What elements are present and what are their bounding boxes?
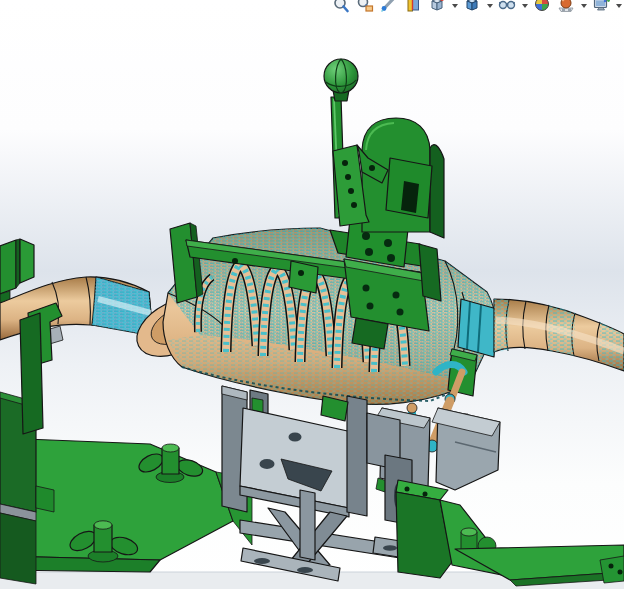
eyeglasses-icon — [498, 0, 516, 14]
tower-slot — [401, 181, 419, 213]
model-canvas[interactable] — [0, 0, 624, 589]
view-settings-button[interactable] — [592, 0, 611, 14]
color-sphere-icon — [533, 0, 551, 14]
section-view-icon — [404, 0, 422, 14]
apply-scene-dropdown-arrow[interactable] — [581, 4, 587, 8]
zoom-to-fit-icon — [332, 0, 350, 14]
zoom-to-area-icon — [356, 0, 374, 14]
display-style-button[interactable] — [463, 0, 482, 14]
view-orientation-dropdown-arrow[interactable] — [452, 4, 458, 8]
heads-up-toolbar — [332, 0, 622, 14]
zoom-to-area-button[interactable] — [356, 0, 375, 14]
section-view-button[interactable] — [404, 0, 423, 14]
apply-scene-button[interactable] — [557, 0, 576, 14]
hide-show-items-dropdown-arrow[interactable] — [522, 4, 528, 8]
display-style-icon — [463, 0, 481, 14]
edit-appearance-button[interactable] — [533, 0, 552, 14]
zoom-to-fit-button[interactable] — [332, 0, 351, 14]
previous-view-button[interactable] — [380, 0, 399, 14]
stylus-icon — [380, 0, 398, 14]
view-orientation-icon — [428, 0, 446, 14]
view-settings-dropdown-arrow[interactable] — [616, 4, 622, 8]
corner-bracket — [600, 556, 624, 583]
cad-viewport[interactable] — [0, 0, 624, 589]
ball-lever-handle[interactable] — [324, 59, 358, 93]
monitor-icon — [592, 0, 610, 14]
scene-sphere-icon — [557, 0, 575, 14]
hide-show-items-button[interactable] — [498, 0, 517, 14]
display-style-dropdown-arrow[interactable] — [487, 4, 493, 8]
view-orientation-button[interactable] — [428, 0, 447, 14]
